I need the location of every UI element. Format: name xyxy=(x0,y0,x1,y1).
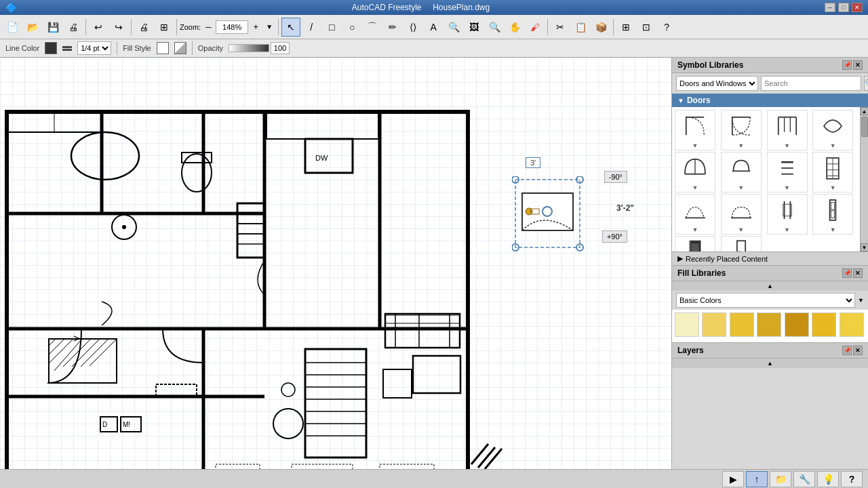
sym-arrow[interactable]: ▼ xyxy=(738,142,744,149)
list-item[interactable] xyxy=(730,312,754,337)
category-select[interactable]: Doors and Windows xyxy=(676,76,758,91)
sym-arrow[interactable]: ▼ xyxy=(784,142,790,149)
play-button[interactable]: ▶ xyxy=(722,471,744,487)
zoom-out-button[interactable]: ─ xyxy=(202,21,214,33)
list-item[interactable]: ▼ xyxy=(812,110,853,150)
scroll-down-button[interactable]: ▼ xyxy=(861,243,869,251)
fill-color-swatch[interactable] xyxy=(157,42,169,54)
sym-arrow[interactable]: ▼ xyxy=(738,226,744,233)
close-button[interactable]: ✕ xyxy=(852,3,863,12)
image-tool[interactable]: 🖼 xyxy=(465,18,484,37)
list-item[interactable]: ▼ xyxy=(721,194,762,235)
undo-button[interactable]: ↩ xyxy=(89,18,108,37)
list-item[interactable]: ▼ xyxy=(767,194,808,235)
print-button[interactable]: 🖨 xyxy=(64,18,83,37)
recently-placed-header[interactable]: ▶ Recently Placed Content xyxy=(672,251,868,265)
line-color-swatch[interactable] xyxy=(45,42,57,54)
list-item[interactable]: ▼ xyxy=(721,152,762,192)
freehand-tool[interactable]: ✏ xyxy=(383,18,402,37)
doors-category-header[interactable]: ▼ Doors xyxy=(672,94,868,107)
list-item[interactable]: ▼ xyxy=(675,110,715,150)
list-item[interactable]: ▼ xyxy=(812,194,853,235)
search-tool[interactable]: 🔍 xyxy=(444,18,463,37)
redo-button[interactable]: ↪ xyxy=(109,18,128,37)
list-item[interactable]: ▼ xyxy=(721,236,762,251)
cut-tool[interactable]: ✂ xyxy=(551,18,570,37)
print2-button[interactable]: 🖨 xyxy=(134,18,153,37)
paste-tool[interactable]: 📦 xyxy=(591,18,610,37)
canvas-area[interactable]: DW D M! xyxy=(0,58,671,487)
sym-arrow[interactable]: ▼ xyxy=(738,184,744,191)
list-item[interactable] xyxy=(702,312,726,337)
sym-arrow[interactable]: ▼ xyxy=(784,184,790,191)
rect-tool[interactable]: □ xyxy=(322,18,341,37)
save-button[interactable]: 💾 xyxy=(43,18,62,37)
sym-arrow[interactable]: ▼ xyxy=(692,184,698,191)
list-item[interactable] xyxy=(785,312,809,337)
layers-scroll-up-button[interactable]: ▲ xyxy=(672,359,868,368)
opacity-input[interactable] xyxy=(271,42,290,54)
list-item[interactable]: ▼ xyxy=(767,152,808,192)
fill-style-icon[interactable] xyxy=(174,42,186,54)
sym-libs-pin-button[interactable]: 📌 xyxy=(842,60,852,70)
maximize-button[interactable]: □ xyxy=(838,3,849,12)
text-tool[interactable]: A xyxy=(424,18,443,37)
fill-category-select[interactable]: Basic Colors xyxy=(676,293,855,308)
group-tool[interactable]: ⊡ xyxy=(637,18,656,37)
view-button[interactable]: ⊞ xyxy=(155,18,174,37)
list-item[interactable]: ▼ xyxy=(721,110,762,150)
zoom-dropdown-button[interactable]: ▼ xyxy=(263,21,275,33)
new-button[interactable]: 📄 xyxy=(3,18,22,37)
rotate-pos-button[interactable]: +90° xyxy=(602,230,627,243)
scroll-thumb[interactable] xyxy=(861,117,868,137)
line-tool[interactable]: / xyxy=(302,18,321,37)
list-item[interactable]: ▼ xyxy=(675,152,715,192)
list-item[interactable] xyxy=(675,312,699,337)
pan-tool[interactable]: ✋ xyxy=(505,18,524,37)
sym-arrow[interactable]: ▼ xyxy=(830,142,836,149)
fill-libs-close-button[interactable]: ✕ xyxy=(853,268,863,278)
brush-tool[interactable]: 🖌 xyxy=(526,18,545,37)
layers-pin-button[interactable]: 📌 xyxy=(842,346,852,355)
list-item[interactable] xyxy=(757,312,781,337)
zoom-input[interactable] xyxy=(216,20,248,34)
select2-tool[interactable]: ⊞ xyxy=(616,18,635,37)
fill-scroll-up-button[interactable]: ▲ xyxy=(672,281,868,291)
search-button[interactable]: 🔍 xyxy=(864,76,868,91)
sym-arrow[interactable]: ▼ xyxy=(830,184,836,191)
list-item[interactable] xyxy=(840,312,864,337)
sym-libs-close-button[interactable]: ✕ xyxy=(853,60,863,70)
copy-tool[interactable]: 📋 xyxy=(571,18,590,37)
list-item[interactable]: ▼ xyxy=(812,152,853,192)
fill-libs-pin-button[interactable]: 📌 xyxy=(842,268,852,278)
line-weight-select[interactable]: 1/4 pt 1/2 pt 1 pt xyxy=(77,41,111,55)
select-tool[interactable]: ↖ xyxy=(281,18,300,37)
help-button[interactable]: ? xyxy=(657,18,676,37)
line-style-picker[interactable] xyxy=(62,46,72,51)
scroll-up-button[interactable]: ▲ xyxy=(861,107,869,115)
zoom-tool2[interactable]: 🔍 xyxy=(485,18,504,37)
help-bottom-button[interactable]: ? xyxy=(841,471,863,487)
light-bulb-button[interactable]: 💡 xyxy=(817,471,839,487)
zoom-in-button[interactable]: + xyxy=(250,21,262,33)
polyline-tool[interactable]: ⟨⟩ xyxy=(403,18,422,37)
minimize-button[interactable]: ─ xyxy=(825,3,835,12)
opacity-slider[interactable] xyxy=(229,44,269,52)
rotate-neg-button[interactable]: -90° xyxy=(604,171,627,183)
open-button[interactable]: 📂 xyxy=(23,18,42,37)
folder-tool-button[interactable]: 📁 xyxy=(770,471,791,487)
list-item[interactable]: ▼ xyxy=(675,236,715,251)
search-input[interactable] xyxy=(761,76,861,91)
circle-tool[interactable]: ○ xyxy=(342,18,361,37)
tools-button[interactable]: 🔧 xyxy=(793,471,815,487)
cursor-tool-button[interactable]: ↑ xyxy=(746,471,768,487)
sym-arrow[interactable]: ▼ xyxy=(830,226,836,233)
list-item[interactable] xyxy=(812,312,836,337)
sym-arrow[interactable]: ▼ xyxy=(692,142,698,149)
layers-close-button[interactable]: ✕ xyxy=(853,346,863,355)
sym-grid-scrollbar[interactable]: ▲ ▼ xyxy=(860,107,868,251)
sym-arrow[interactable]: ▼ xyxy=(692,226,698,233)
arc-tool[interactable]: ⌒ xyxy=(363,18,382,37)
list-item[interactable]: ▼ xyxy=(767,110,808,150)
sym-arrow[interactable]: ▼ xyxy=(784,226,790,233)
